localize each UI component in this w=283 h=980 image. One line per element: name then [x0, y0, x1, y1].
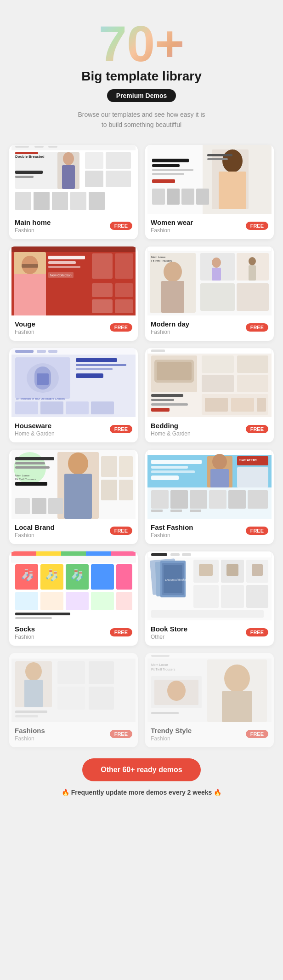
template-preview-trendy-style: Mom Loose Fit Twill Trousers — [145, 653, 274, 722]
card-info-main-home: Main home Fashion FREE — [9, 214, 138, 239]
template-card-local-brand[interactable]: Mom Loose Fit Twill Trousers Local Bra — [9, 450, 138, 544]
update-notice: 🔥 Frequently update more demos every 2 w… — [9, 789, 274, 796]
svg-rect-137 — [151, 490, 169, 509]
svg-rect-161 — [15, 592, 38, 610]
card-category: Fashion — [151, 227, 193, 234]
svg-text:🧦: 🧦 — [21, 568, 34, 582]
svg-point-68 — [249, 257, 256, 265]
free-badge: FREE — [246, 527, 268, 535]
template-card-main-home[interactable]: Double Breasted Main home Fashion FREE — [9, 145, 138, 239]
svg-rect-186 — [226, 564, 238, 576]
svg-rect-85 — [66, 401, 89, 414]
free-badge: FREE — [246, 425, 268, 433]
svg-text:🧦: 🧦 — [70, 568, 84, 582]
svg-rect-190 — [11, 653, 136, 659]
svg-rect-152 — [11, 556, 136, 562]
svg-rect-165 — [116, 592, 132, 610]
svg-point-9 — [63, 152, 74, 165]
template-card-socks[interactable]: 🧦 🧦 🧦 Socks Fashion — [9, 551, 138, 646]
svg-rect-163 — [66, 592, 89, 610]
svg-rect-14 — [106, 171, 131, 187]
svg-rect-104 — [231, 398, 254, 412]
svg-rect-121 — [119, 456, 133, 477]
template-card-houseware[interactable]: A Reflection of Your Decorative Choices … — [9, 348, 138, 442]
svg-rect-157 — [116, 564, 132, 590]
svg-rect-132 — [151, 470, 195, 473]
card-title: Houseware — [15, 422, 55, 430]
svg-rect-196 — [57, 687, 85, 710]
svg-rect-37 — [196, 189, 209, 205]
template-card-book-store[interactable]: A World of Books — [145, 551, 274, 646]
svg-rect-202 — [151, 655, 170, 657]
svg-rect-162 — [40, 592, 63, 610]
svg-rect-133 — [151, 476, 179, 480]
svg-rect-96 — [202, 375, 234, 392]
template-grid: Double Breasted Main home Fashion FREE — [9, 145, 274, 747]
svg-rect-149 — [61, 551, 86, 556]
card-category: Fashion — [15, 735, 45, 742]
svg-rect-13 — [85, 171, 103, 187]
cta-button[interactable]: Other 60+ ready demos — [82, 758, 200, 781]
template-preview-bedding — [145, 348, 274, 417]
card-category: Fashion — [151, 532, 193, 539]
svg-rect-144 — [170, 510, 182, 512]
card-category: Other — [151, 634, 187, 640]
template-preview-main-home: Double Breasted — [9, 145, 138, 214]
svg-text:Mom Loose: Mom Loose — [151, 256, 166, 258]
template-card-women-wear[interactable]: Women wear Fashion FREE — [145, 145, 274, 239]
svg-rect-148 — [36, 551, 61, 556]
svg-rect-7 — [15, 176, 34, 178]
svg-rect-43 — [14, 274, 46, 315]
card-title: Fast Fashion — [151, 523, 193, 531]
page-title: Big template library — [9, 69, 274, 84]
svg-rect-98 — [151, 394, 183, 397]
card-title: Bedding — [151, 422, 191, 430]
template-card-modern-day[interactable]: Mom Loose Fit Twill Trousers Modern da — [145, 246, 274, 341]
svg-rect-32 — [207, 154, 232, 156]
svg-rect-105 — [257, 398, 266, 412]
svg-rect-184 — [246, 585, 268, 608]
card-title: Book Store — [151, 625, 187, 633]
svg-rect-183 — [221, 585, 244, 608]
svg-rect-198 — [15, 711, 47, 713]
card-category: Fashion — [15, 634, 35, 640]
svg-rect-119 — [48, 498, 63, 514]
svg-rect-140 — [209, 490, 226, 509]
card-info-local-brand: Local Brand Fashion FREE — [9, 519, 138, 544]
svg-rect-199 — [15, 715, 38, 717]
svg-rect-20 — [15, 152, 38, 154]
card-info-fast-fashion: Fast Fashion Fashion FREE — [145, 519, 274, 544]
svg-rect-15 — [15, 192, 31, 210]
svg-rect-142 — [248, 490, 268, 509]
svg-rect-78 — [37, 373, 49, 385]
svg-rect-3 — [34, 146, 44, 148]
svg-rect-170 — [151, 553, 167, 556]
svg-rect-145 — [190, 510, 201, 512]
card-title: Socks — [15, 625, 35, 633]
svg-rect-139 — [190, 490, 207, 509]
svg-text:A Reflection of Your Decorativ: A Reflection of Your Decorative Choices — [16, 397, 65, 400]
template-card-fashions[interactable]: Fashions Fashion FREE — [9, 653, 138, 747]
template-card-trendy-style[interactable]: Mom Loose Fit Twill Trousers Trendy Styl… — [145, 653, 274, 747]
svg-rect-111 — [15, 457, 54, 460]
svg-rect-100 — [151, 403, 188, 406]
svg-rect-129 — [210, 469, 229, 487]
template-card-fast-fashion[interactable]: SWEATERS Fast Fashion — [145, 450, 274, 544]
svg-rect-26 — [219, 172, 246, 209]
svg-rect-12 — [106, 152, 131, 169]
template-card-bedding[interactable]: Bedding Home & Garden FREE — [145, 348, 274, 442]
svg-rect-156 — [91, 564, 114, 590]
template-card-vouge[interactable]: New Collection Vouge Fashion FRE — [9, 246, 138, 341]
card-category: Home & Garden — [151, 430, 191, 437]
svg-text:Mom Loose: Mom Loose — [151, 663, 168, 666]
svg-rect-6 — [15, 171, 43, 174]
svg-rect-17 — [52, 192, 68, 210]
card-category: Fashion — [151, 329, 189, 335]
template-preview-local-brand: Mom Loose Fit Twill Trousers — [9, 450, 138, 519]
svg-rect-74 — [48, 350, 57, 353]
svg-rect-122 — [101, 480, 117, 500]
svg-rect-16 — [34, 192, 50, 210]
svg-rect-182 — [193, 585, 219, 608]
svg-point-109 — [68, 453, 88, 475]
svg-rect-59 — [161, 281, 184, 313]
